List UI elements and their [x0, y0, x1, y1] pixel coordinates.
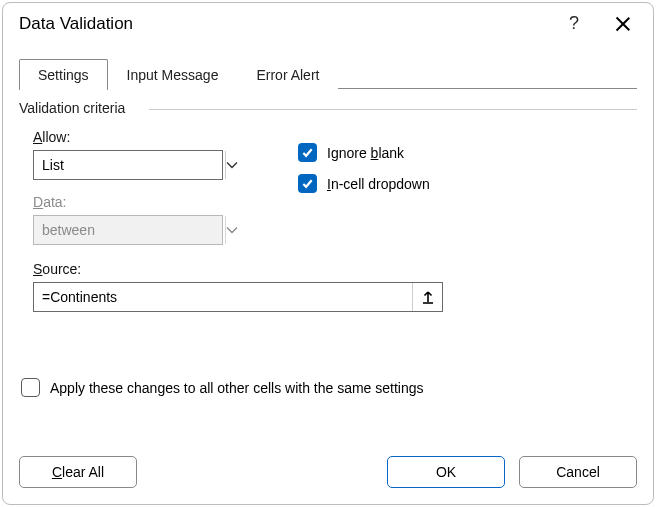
- ok-button[interactable]: OK: [387, 456, 505, 488]
- window-title: Data Validation: [19, 14, 569, 34]
- tab-label: Input Message: [127, 67, 219, 83]
- range-selector-icon: [421, 290, 435, 304]
- apply-all-label: Apply these changes to all other cells w…: [50, 380, 424, 396]
- chevron-down-icon[interactable]: [225, 151, 238, 179]
- clear-all-button[interactable]: Clear All: [19, 456, 137, 488]
- tab-error-alert[interactable]: Error Alert: [237, 59, 338, 90]
- tab-settings[interactable]: Settings: [19, 59, 108, 90]
- incell-dropdown-label: In-cell dropdown: [327, 176, 430, 192]
- chevron-down-icon: [225, 216, 238, 244]
- help-button[interactable]: ?: [569, 13, 579, 34]
- data-validation-dialog: Data Validation ? Settings Input Message…: [2, 2, 654, 505]
- tab-bar: Settings Input Message Error Alert: [19, 58, 637, 89]
- source-input-group: [33, 282, 443, 312]
- source-input[interactable]: [34, 283, 412, 311]
- incell-dropdown-checkbox[interactable]: In-cell dropdown: [298, 174, 430, 193]
- apply-all-checkbox[interactable]: Apply these changes to all other cells w…: [21, 378, 637, 397]
- ignore-blank-label: Ignore blank: [327, 145, 404, 161]
- group-legend: Validation criteria: [19, 100, 129, 116]
- button-label: OK: [436, 464, 456, 480]
- data-dropdown: [33, 215, 223, 245]
- checkbox-checked-icon: [298, 174, 317, 193]
- validation-criteria-group: Validation criteria Allow: Data:: [19, 111, 637, 326]
- data-label: Data:: [33, 194, 248, 210]
- allow-label: Allow:: [33, 129, 248, 145]
- checkbox-checked-icon: [298, 143, 317, 162]
- ignore-blank-checkbox[interactable]: Ignore blank: [298, 143, 430, 162]
- range-selector-button[interactable]: [412, 283, 442, 311]
- cancel-button[interactable]: Cancel: [519, 456, 637, 488]
- source-label: Source:: [33, 261, 623, 277]
- close-button[interactable]: [615, 16, 631, 32]
- tab-label: Settings: [38, 67, 89, 83]
- button-label: Cancel: [556, 464, 600, 480]
- allow-dropdown[interactable]: [33, 150, 223, 180]
- checkbox-unchecked-icon: [21, 378, 40, 397]
- titlebar-controls: ?: [569, 13, 631, 34]
- allow-value[interactable]: [34, 151, 225, 179]
- tab-label: Error Alert: [256, 67, 319, 83]
- dialog-footer: Clear All OK Cancel: [3, 446, 653, 504]
- titlebar: Data Validation ?: [3, 3, 653, 58]
- tab-input-message[interactable]: Input Message: [108, 59, 238, 90]
- data-value: [34, 216, 225, 244]
